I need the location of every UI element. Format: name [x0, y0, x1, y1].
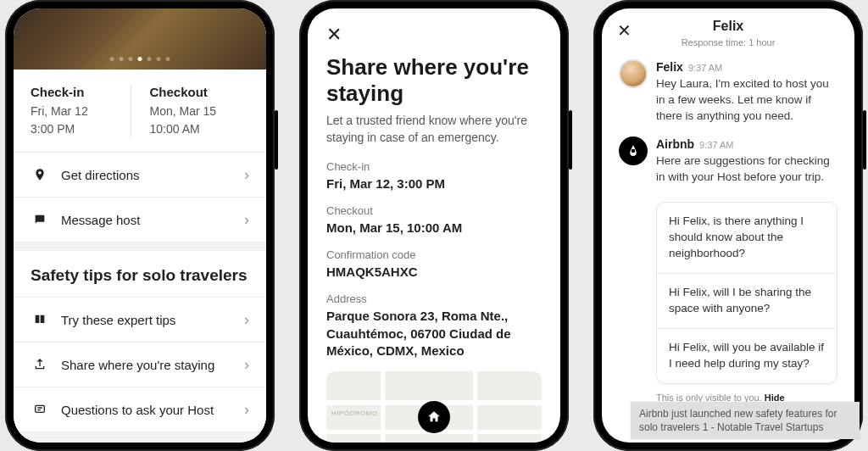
chevron-right-icon: ›	[244, 356, 249, 374]
message-time: 9:37 AM	[699, 140, 733, 150]
message-text: Here are suggestions for checking in wit…	[656, 153, 837, 186]
phone-share-sheet: ✕ Share where you're staying Let a trust…	[299, 0, 569, 451]
host-questions-row[interactable]: Questions to ask your Host ›	[14, 387, 266, 432]
suggestion-item[interactable]: Hi Felix, will I be sharing the space wi…	[657, 274, 837, 329]
checkin-date: Fri, Mar 12	[31, 103, 131, 120]
carousel-dots	[110, 57, 170, 61]
check-dates: Check-in Fri, Mar 12 3:00 PM Checkout Mo…	[14, 70, 266, 152]
chevron-right-icon: ›	[244, 311, 249, 329]
checkin-value: Fri, Mar 12, 3:00 PM	[326, 175, 542, 192]
expert-tips-row[interactable]: Try these expert tips ›	[14, 298, 266, 342]
checkout-time: 10:00 AM	[150, 120, 250, 138]
share-staying-label: Share where you're staying	[61, 358, 214, 372]
message-sender: Airbnb	[656, 137, 694, 151]
get-directions-label: Get directions	[61, 168, 140, 182]
reservation-details-title: Reservation details	[14, 441, 266, 443]
questions-icon	[31, 400, 49, 419]
checkout-label: Checkout	[326, 204, 542, 217]
map-preview[interactable]: HIPÓDROMO LA CONDESA	[326, 371, 542, 443]
message-sender: Felix	[656, 60, 683, 74]
message-time: 9:37 AM	[688, 63, 722, 73]
map-pin-icon	[31, 165, 49, 184]
map-home-pin	[418, 401, 450, 433]
suggestion-item[interactable]: Hi Felix, will you be available if I nee…	[657, 329, 837, 383]
share-staying-row[interactable]: Share where you're staying ›	[14, 342, 266, 387]
confirmation-code-value: HMAQK5AHXC	[326, 264, 542, 281]
message-row: Airbnb9:37 AM Here are suggestions for c…	[602, 136, 854, 198]
phone-side-button	[275, 110, 278, 170]
svg-rect-0	[36, 405, 45, 412]
close-icon[interactable]: ✕	[326, 20, 542, 54]
message-host-label: Message host	[61, 213, 140, 227]
suggestion-item[interactable]: Hi Felix, is there anything I should kno…	[657, 203, 837, 274]
host-questions-label: Questions to ask your Host	[61, 403, 214, 417]
get-directions-row[interactable]: Get directions ›	[14, 153, 266, 198]
confirmation-code-label: Confirmation code	[326, 248, 542, 261]
chevron-right-icon: ›	[244, 166, 249, 184]
message-host-row[interactable]: Message host ›	[14, 198, 266, 242]
checkin-label: Check-in	[326, 160, 542, 173]
checkout-label: Checkout	[150, 85, 250, 99]
close-icon[interactable]: ✕	[617, 17, 632, 49]
chevron-right-icon: ›	[244, 211, 249, 229]
phone-chat: ✕ Felix Response time: 1 hour Felix9:37 …	[593, 0, 863, 451]
checkin-time: 3:00 PM	[31, 120, 131, 138]
message-text: Hey Laura, I'm excited to host you in a …	[656, 76, 837, 125]
phone-reservation: Check-in Fri, Mar 12 3:00 PM Checkout Mo…	[5, 0, 275, 451]
share-subtitle: Let a trusted friend know where you're s…	[326, 113, 542, 146]
image-caption-tooltip: Airbnb just launched new safety features…	[631, 402, 860, 439]
address-value: Parque Sonora 23, Roma Nte., Cuauhtémoc,…	[326, 308, 542, 359]
message-row: Felix9:37 AM Hey Laura, I'm excited to h…	[602, 59, 854, 136]
phone-side-button	[569, 110, 572, 170]
checkin-label: Check-in	[31, 85, 131, 99]
listing-photo[interactable]	[14, 8, 266, 70]
chevron-right-icon: ›	[244, 401, 249, 419]
chat-icon	[31, 210, 49, 229]
book-icon	[31, 310, 49, 329]
address-label: Address	[326, 292, 542, 305]
expert-tips-label: Try these expert tips	[61, 313, 175, 327]
chat-title: Felix	[713, 19, 743, 34]
avatar-felix[interactable]	[619, 59, 648, 88]
safety-section-title: Safety tips for solo travelers	[14, 251, 266, 297]
share-icon	[31, 355, 49, 374]
phone-side-button	[863, 110, 866, 170]
map-area-label: HIPÓDROMO	[331, 409, 378, 417]
response-time: Response time: 1 hour	[602, 37, 854, 47]
checkout-date: Mon, Mar 15	[150, 103, 250, 120]
checkout-value: Mon, Mar 15, 10:00 AM	[326, 220, 542, 237]
share-title: Share where you're staying	[326, 54, 542, 106]
avatar-airbnb[interactable]	[619, 136, 648, 165]
suggestions-card: Hi Felix, is there anything I should kno…	[656, 202, 837, 383]
